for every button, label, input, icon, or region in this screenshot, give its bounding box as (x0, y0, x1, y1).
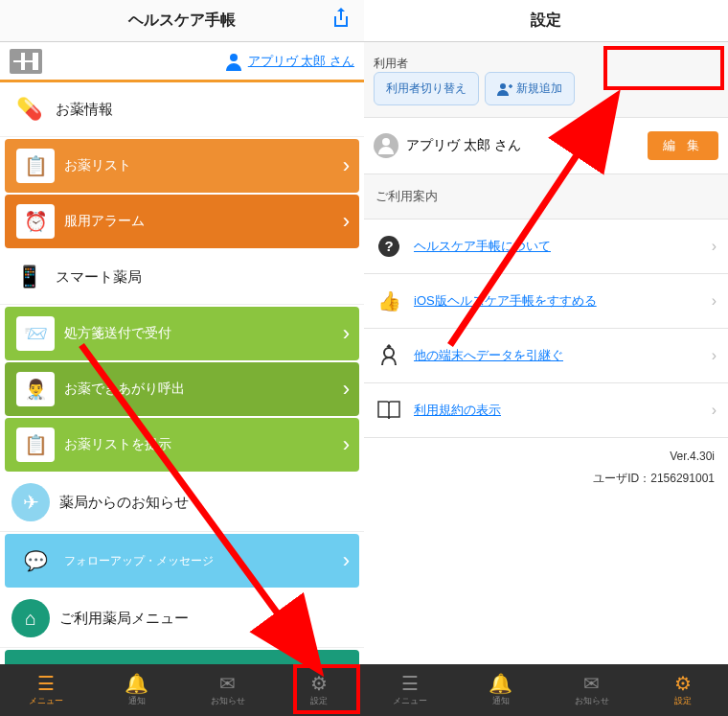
item-alarm-label: 服用アラーム (64, 213, 145, 230)
tab-notify-label: 通知 (492, 695, 510, 707)
tab-news[interactable]: ✉ お知らせ (182, 664, 273, 716)
gear-icon: ⚙ (674, 674, 692, 693)
book-icon (375, 397, 402, 424)
section-pharmacy-notice-label: 薬局からのお知らせ (59, 494, 189, 512)
add-user-label: 新規追加 (516, 81, 562, 97)
left-title: ヘルスケア手帳 (128, 11, 236, 31)
guide-transfer-label: 他の端末へデータを引継ぐ (414, 347, 563, 364)
switch-user-label: 利用者切り替え (386, 81, 466, 97)
show-list-icon: 📋 (16, 427, 55, 462)
tab-news-r[interactable]: ✉ お知らせ (546, 664, 637, 716)
tab-settings-label: 設定 (674, 695, 692, 707)
guide-about-label: ヘルスケア手帳について (414, 238, 551, 255)
alarm-icon: ⏰ (16, 204, 55, 239)
chevron-right-icon: › (343, 432, 350, 457)
transfer-icon (375, 342, 402, 369)
paper-plane-icon: ✈ (11, 483, 50, 521)
section-pharmacy-menu: ⌂ ご利用薬局メニュー (0, 589, 364, 648)
annotation-box-add-user (603, 46, 724, 90)
guide-terms[interactable]: 利用規約の表示 › (364, 383, 728, 438)
pills-icon: 💊 (11, 92, 46, 127)
item-prescription[interactable]: 📨 処方箋送付で受付 › (5, 307, 359, 360)
item-show-list-label: お薬リストを提示 (64, 436, 171, 453)
share-icon[interactable] (331, 7, 351, 35)
guide-recommend[interactable]: 👍 iOS版ヘルスケア手帳をすすめる › (364, 274, 728, 329)
mail-icon: ✉ (219, 674, 236, 693)
add-user-button[interactable]: 新規追加 (485, 72, 575, 105)
svg-text:?: ? (384, 238, 393, 254)
svg-point-0 (230, 54, 238, 61)
tab-notify-label: 通知 (128, 695, 146, 707)
chevron-right-icon: › (343, 321, 350, 346)
switch-user-button[interactable]: 利用者切り替え (374, 72, 479, 105)
person-plus-icon (497, 81, 512, 97)
tab-notify[interactable]: 🔔 通知 (91, 664, 182, 716)
menu-icon: ☰ (37, 674, 55, 693)
section-med-info: 💊 お薬情報 (0, 82, 364, 137)
item-health-check[interactable]: 🩺 ヘルスケアチェック › (5, 650, 359, 664)
guide-section-header: ご利用案内 (364, 174, 728, 219)
right-title: 設定 (531, 11, 561, 31)
item-med-list[interactable]: 📋 お薬リスト › (5, 139, 359, 193)
phone-icon: 📱 (11, 260, 46, 294)
edit-button[interactable]: 編 集 (648, 131, 718, 160)
list-icon: 📋 (16, 149, 55, 183)
user-id-row: ユーザID：2156291001 (377, 471, 715, 487)
user-name-link[interactable]: アプリヴ 太郎 さん (225, 52, 354, 71)
tab-menu[interactable]: ☰ メニュー (0, 664, 91, 716)
user-id-label: ユーザID： (593, 472, 650, 485)
item-alarm[interactable]: ⏰ 服用アラーム › (5, 195, 359, 248)
guide-about[interactable]: ? ヘルスケア手帳について › (364, 219, 728, 274)
guide-terms-label: 利用規約の表示 (414, 402, 501, 419)
section-med-info-label: お薬情報 (56, 101, 113, 119)
tab-settings-r[interactable]: ⚙ 設定 (637, 664, 728, 716)
item-med-list-label: お薬リスト (64, 157, 131, 174)
svg-point-5 (384, 348, 394, 358)
hospital-icon[interactable] (10, 49, 42, 74)
chevron-right-icon: › (343, 209, 350, 234)
chevron-right-icon: › (343, 548, 350, 573)
left-screen: ヘルスケア手帳 アプリヴ 太郎 さん 💊 お薬情報 📋 お薬リスト › ⏰ 服用… (0, 0, 364, 716)
chevron-right-icon: › (712, 402, 717, 419)
section-smart-pharmacy: 📱 スマート薬局 (0, 250, 364, 305)
right-screen: 設定 利用者 利用者切り替え 新規追加 アプリヴ 太郎 さん 編 集 ご利用案内… (364, 0, 728, 716)
item-ready[interactable]: 👨‍⚕️ お薬できあがり呼出 › (5, 362, 359, 416)
annotation-box-settings-tab (293, 664, 360, 714)
chevron-right-icon: › (343, 377, 350, 402)
tab-menu-label: メニュー (29, 695, 63, 707)
section-pharmacy-notice: ✈ 薬局からのお知らせ (0, 473, 364, 532)
tab-notify-r[interactable]: 🔔 通知 (455, 664, 546, 716)
bell-icon: 🔔 (125, 674, 148, 693)
chevron-right-icon: › (712, 238, 717, 255)
user-bar: アプリヴ 太郎 さん (0, 42, 364, 82)
chevron-right-icon: › (712, 347, 717, 364)
version-info: Ver.4.30i ユーザID：2156291001 (364, 438, 728, 506)
item-followup-label: フォローアップ・メッセージ (64, 553, 214, 569)
item-prescription-label: 処方箋送付で受付 (64, 325, 171, 342)
section-pharmacy-menu-label: ご利用薬局メニュー (59, 610, 189, 628)
user-name-text[interactable]: アプリヴ 太郎 さん (248, 53, 354, 70)
item-followup[interactable]: 💬 フォローアップ・メッセージ › (5, 534, 359, 588)
section-smart-pharmacy-label: スマート薬局 (56, 268, 142, 287)
user-id-value: 2156291001 (650, 472, 715, 485)
item-ready-label: お薬できあがり呼出 (64, 381, 185, 398)
tab-news-label: お知らせ (211, 695, 245, 707)
chevron-right-icon: › (712, 292, 717, 310)
tab-menu-r[interactable]: ☰ メニュー (364, 664, 455, 716)
question-icon: ? (375, 233, 402, 260)
menu-icon: ☰ (401, 674, 419, 693)
user-section-label: 利用者 (374, 57, 408, 70)
version-text: Ver.4.30i (377, 450, 715, 463)
item-show-list[interactable]: 📋 お薬リストを提示 › (5, 418, 359, 472)
guide-transfer[interactable]: 他の端末へデータを引継ぐ › (364, 329, 728, 383)
current-user-row: アプリヴ 太郎 さん 編 集 (364, 118, 728, 174)
tab-news-label: お知らせ (575, 695, 609, 707)
avatar-icon (374, 133, 398, 158)
guide-recommend-label: iOS版ヘルスケア手帳をすすめる (414, 292, 597, 310)
left-scroll[interactable]: 💊 お薬情報 📋 お薬リスト › ⏰ 服用アラーム › 📱 スマート薬局 📨 処… (0, 82, 364, 664)
thumbs-up-icon: 👍 (375, 288, 402, 314)
bell-icon: 🔔 (489, 674, 512, 693)
building-icon: ⌂ (11, 599, 50, 637)
chevron-right-icon: › (343, 153, 350, 178)
tab-menu-label: メニュー (393, 695, 427, 707)
